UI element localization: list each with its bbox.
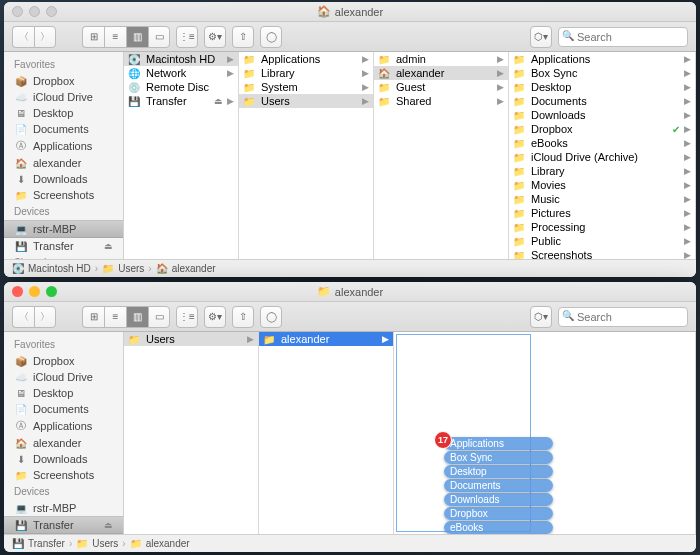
sidebar-item[interactable]: 🏠alexander	[4, 155, 123, 171]
path-segment[interactable]: Transfer	[28, 538, 65, 549]
column-1[interactable]: 📁Users▶	[124, 332, 259, 534]
list-item[interactable]: 📁admin▶	[374, 52, 508, 66]
list-item[interactable]: 📁Library▶	[239, 66, 373, 80]
sidebar-item[interactable]: 💾Transfer⏏	[4, 238, 123, 254]
list-item[interactable]: 📁Downloads▶	[509, 108, 695, 122]
list-item[interactable]: 📁iCloud Drive (Archive)▶	[509, 150, 695, 164]
search-field[interactable]	[558, 27, 688, 47]
icon-view-button[interactable]: ⊞	[82, 26, 104, 48]
sidebar-item[interactable]: ⬇Downloads	[4, 171, 123, 187]
gallery-view-button[interactable]: ▭	[148, 306, 170, 328]
sidebar-item[interactable]: ☁️iCloud Drive	[4, 369, 123, 385]
sidebar-item[interactable]: 📦Dropbox	[4, 73, 123, 89]
action-button[interactable]: ⚙▾	[204, 306, 226, 328]
sidebar-item[interactable]: 🖥Desktop	[4, 385, 123, 401]
list-item[interactable]: 💾Transfer⏏▶	[124, 94, 238, 108]
search-field[interactable]	[558, 307, 688, 327]
path-segment[interactable]: alexander	[172, 263, 216, 274]
sidebar-item[interactable]: 💻rstr-MBP	[4, 220, 123, 238]
sidebar-item[interactable]: 💾Transfer⏏	[4, 516, 123, 534]
column-3[interactable]: 📁admin▶🏠alexander▶📁Guest▶📁Shared▶	[374, 52, 509, 259]
back-button[interactable]: 〈	[12, 306, 34, 328]
list-view-button[interactable]: ≡	[104, 306, 126, 328]
column-view-button[interactable]: ▥	[126, 26, 148, 48]
list-item[interactable]: 📁Applications▶	[509, 52, 695, 66]
arrange-button[interactable]: ⋮≡	[176, 306, 198, 328]
gallery-view-button[interactable]: ▭	[148, 26, 170, 48]
path-segment[interactable]: alexander	[146, 538, 190, 549]
window-controls[interactable]	[4, 6, 57, 17]
zoom-icon[interactable]	[46, 6, 57, 17]
list-item[interactable]: 📁Applications▶	[239, 52, 373, 66]
sidebar-item[interactable]: 🏠alexander	[4, 435, 123, 451]
list-item[interactable]: 📁alexander▶	[259, 332, 393, 346]
tags-button[interactable]: ◯	[260, 26, 282, 48]
list-item[interactable]: 📁Screenshots▶	[509, 248, 695, 259]
list-item[interactable]: 📁Music▶	[509, 192, 695, 206]
sidebar-item[interactable]: 📁Screenshots	[4, 187, 123, 203]
minimize-icon[interactable]	[29, 6, 40, 17]
list-item[interactable]: 📁eBooks▶	[509, 136, 695, 150]
search-input[interactable]	[558, 307, 688, 327]
sidebar-item[interactable]: ⒶApplications	[4, 137, 123, 155]
tags-button[interactable]: ◯	[260, 306, 282, 328]
action-button[interactable]: ⚙▾	[204, 26, 226, 48]
list-item[interactable]: 📁Desktop▶	[509, 80, 695, 94]
path-segment[interactable]: Users	[92, 538, 118, 549]
path-bar[interactable]: 💾 Transfer › 📁 Users › 📁 alexander	[4, 534, 696, 552]
list-item[interactable]: 🏠alexander▶	[374, 66, 508, 80]
sidebar-item[interactable]: ☁️iCloud Drive	[4, 89, 123, 105]
column-4[interactable]: 📁Applications▶📁Box Sync▶📁Desktop▶📁Docume…	[509, 52, 696, 259]
list-item[interactable]: 📁Users▶	[124, 332, 258, 346]
path-segment[interactable]: Users	[118, 263, 144, 274]
arrange-button[interactable]: ⋮≡	[176, 26, 198, 48]
icon-view-button[interactable]: ⊞	[82, 306, 104, 328]
eject-icon[interactable]: ⏏	[104, 241, 113, 251]
back-button[interactable]: 〈	[12, 26, 34, 48]
sidebar-item[interactable]: 📄Documents	[4, 401, 123, 417]
list-item[interactable]: 📁System▶	[239, 80, 373, 94]
column-3-drop-target[interactable]	[396, 334, 531, 532]
list-item[interactable]: 📁Movies▶	[509, 178, 695, 192]
list-item[interactable]: 📁Guest▶	[374, 80, 508, 94]
share-button[interactable]: ⇧	[232, 26, 254, 48]
titlebar[interactable]: 📁 alexander	[4, 282, 696, 302]
column-2[interactable]: 📁alexander▶	[259, 332, 394, 534]
share-button[interactable]: ⇧	[232, 306, 254, 328]
window-controls[interactable]	[4, 286, 57, 297]
list-item[interactable]: 💿Remote Disc	[124, 80, 238, 94]
list-view-button[interactable]: ≡	[104, 26, 126, 48]
search-input[interactable]	[558, 27, 688, 47]
finder-window-bottom[interactable]: 📁 alexander 〈 〉 ⊞ ≡ ▥ ▭ ⋮≡ ⚙▾ ⇧ ◯ ⬡▾ Fav…	[4, 282, 696, 552]
sidebar-item[interactable]: 📁Screenshots	[4, 467, 123, 483]
titlebar[interactable]: 🏠 alexander	[4, 2, 696, 22]
dropbox-button[interactable]: ⬡▾	[530, 26, 552, 48]
sidebar-item[interactable]: 📦Dropbox	[4, 353, 123, 369]
column-1[interactable]: 💽Macintosh HD▶🌐Network▶💿Remote Disc💾Tran…	[124, 52, 239, 259]
eject-icon[interactable]: ⏏	[214, 96, 223, 106]
minimize-icon[interactable]	[29, 286, 40, 297]
path-bar[interactable]: 💽 Macintosh HD › 📁 Users › 🏠 alexander	[4, 259, 696, 277]
list-item[interactable]: 💽Macintosh HD▶	[124, 52, 238, 66]
forward-button[interactable]: 〉	[34, 306, 56, 328]
sidebar-item[interactable]: 📄Documents	[4, 121, 123, 137]
column-view-button[interactable]: ▥	[126, 306, 148, 328]
list-item[interactable]: 📁Box Sync▶	[509, 66, 695, 80]
sidebar-item[interactable]: ⒶApplications	[4, 417, 123, 435]
column-2[interactable]: 📁Applications▶📁Library▶📁System▶📁Users▶	[239, 52, 374, 259]
eject-icon[interactable]: ⏏	[104, 520, 113, 530]
list-item[interactable]: 📁Documents▶	[509, 94, 695, 108]
close-icon[interactable]	[12, 286, 23, 297]
sidebar-item[interactable]: ⬇Downloads	[4, 451, 123, 467]
list-item[interactable]: 📁Library▶	[509, 164, 695, 178]
list-item[interactable]: 📁Public▶	[509, 234, 695, 248]
list-item[interactable]: 📁Users▶	[239, 94, 373, 108]
forward-button[interactable]: 〉	[34, 26, 56, 48]
close-icon[interactable]	[12, 6, 23, 17]
sidebar-item[interactable]: 💻rstr-MBP	[4, 500, 123, 516]
dropbox-button[interactable]: ⬡▾	[530, 306, 552, 328]
list-item[interactable]: 📁Shared▶	[374, 94, 508, 108]
list-item[interactable]: 📁Pictures▶	[509, 206, 695, 220]
list-item[interactable]: 📁Processing▶	[509, 220, 695, 234]
list-item[interactable]: 🌐Network▶	[124, 66, 238, 80]
